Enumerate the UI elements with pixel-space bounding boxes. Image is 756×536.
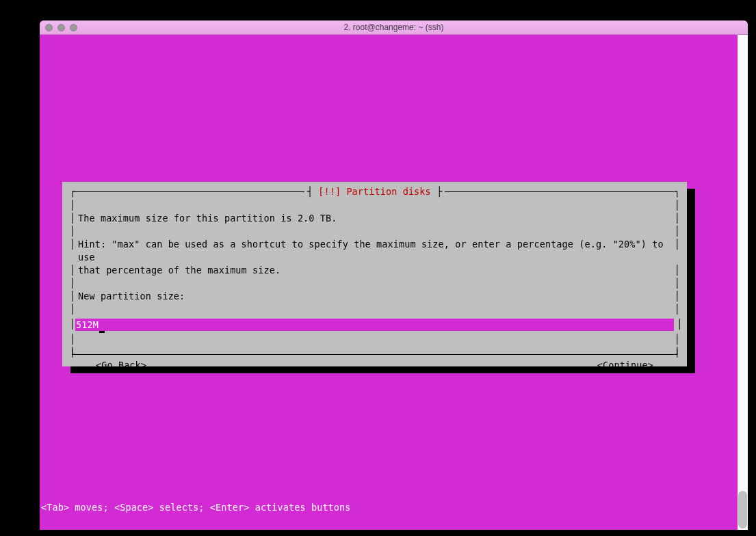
window-title: 2. root@changeme: ~ (ssh) <box>40 23 748 32</box>
blank-line <box>75 277 674 290</box>
box-corner-tr: ┐ <box>674 185 680 198</box>
box-pipe: │ <box>69 290 75 303</box>
blank-line <box>75 333 674 346</box>
blank-line <box>75 199 674 212</box>
terminal-window: 2. root@changeme: ~ (ssh) ┌ ┤ [!!] Parti… <box>40 21 748 530</box>
partition-dialog: ┌ ┤ [!!] Partition disks ├ ┐ │ │ │ The m… <box>62 182 687 366</box>
box-pipe: │ <box>69 212 75 225</box>
scrollbar-track[interactable] <box>738 35 748 530</box>
hint-text-1: Hint: "max" can be used as a shortcut to… <box>75 238 674 264</box>
box-line <box>75 354 674 355</box>
box-pipe: │ <box>69 303 75 316</box>
max-size-text: The maximum size for this partition is 2… <box>75 212 674 225</box>
box-pipe: │ <box>69 225 75 238</box>
text-cursor <box>99 331 105 333</box>
prompt-text: New partition size: <box>75 290 674 303</box>
blank-line <box>75 225 674 238</box>
box-pipe: │ <box>69 333 75 346</box>
dialog-border-top: ┌ ┤ [!!] Partition disks ├ ┐ <box>69 185 680 198</box>
dialog-title-prefix: [!!] <box>318 186 341 197</box>
box-pipe: │ <box>674 318 680 331</box>
box-line <box>445 191 674 192</box>
box-pipe: │ <box>674 212 680 225</box>
dialog-title: ┤ [!!] Partition disks ├ <box>304 185 445 198</box>
box-pipe: │ <box>674 333 680 346</box>
window-titlebar: 2. root@changeme: ~ (ssh) <box>40 21 748 35</box>
scrollbar-thumb[interactable] <box>738 491 747 528</box>
partition-size-input[interactable]: 512M <box>75 319 674 331</box>
box-pipe: │ <box>674 303 680 316</box>
box-pipe: │ <box>674 238 680 264</box>
terminal-area[interactable]: ┌ ┤ [!!] Partition disks ├ ┐ │ │ │ The m… <box>40 35 748 530</box>
minimize-window-button[interactable] <box>57 24 65 31</box>
input-value: 512M <box>76 319 99 330</box>
box-pipe: │ <box>69 264 75 277</box>
dialog-body: │ │ │ The maximum size for this partitio… <box>69 199 680 372</box>
traffic-lights <box>40 24 77 31</box>
close-window-button[interactable] <box>45 24 53 31</box>
box-pipe: │ <box>674 199 680 212</box>
box-pipe: │ <box>674 290 680 303</box>
box-corner-br: ┘ <box>674 348 680 361</box>
box-pipe: │ <box>69 318 75 331</box>
dialog-border-bottom: └ ┘ <box>69 348 680 361</box>
status-bar: <Tab> moves; <Space> selects; <Enter> ac… <box>41 502 351 513</box>
blank-line <box>75 303 674 316</box>
zoom-window-button[interactable] <box>70 24 77 31</box>
hint-text-2: that percentage of the maximum size. <box>75 264 674 277</box>
box-pipe: │ <box>674 225 680 238</box>
box-corner-bl: └ <box>69 348 75 361</box>
dialog-title-text: Partition disks <box>346 186 430 197</box>
box-pipe: │ <box>69 238 75 264</box>
box-corner-tl: ┌ <box>69 185 75 198</box>
box-pipe: │ <box>69 277 75 290</box>
box-pipe: │ <box>674 277 680 290</box>
box-pipe: │ <box>69 199 75 212</box>
box-line <box>75 191 304 192</box>
box-pipe: │ <box>674 264 680 277</box>
